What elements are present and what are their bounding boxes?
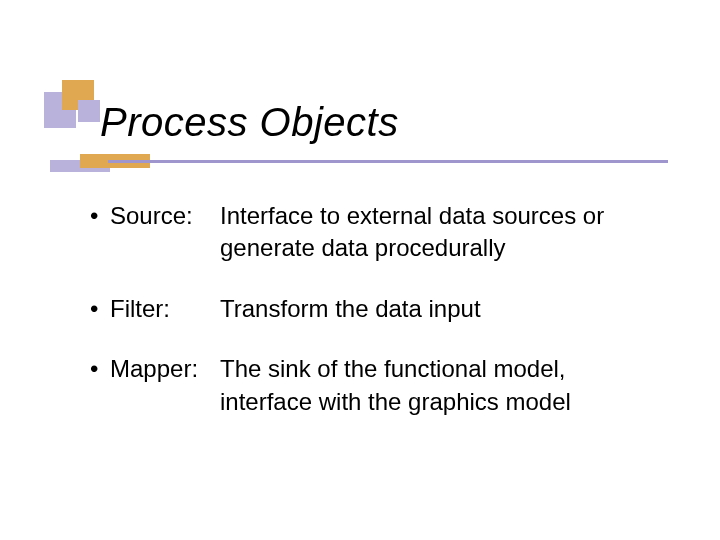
item-desc: Transform the data input (220, 293, 660, 325)
bullet-icon: • (90, 200, 110, 232)
list-item: • Filter: Transform the data input (90, 293, 660, 325)
list-item: • Source: Interface to external data sou… (90, 200, 660, 265)
slide-title: Process Objects (100, 100, 399, 145)
item-desc: Interface to external data sources or ge… (220, 200, 660, 265)
bullet-list: • Source: Interface to external data sou… (90, 200, 660, 446)
list-item: • Mapper: The sink of the functional mod… (90, 353, 660, 418)
bullet-icon: • (90, 293, 110, 325)
item-desc: The sink of the functional model, interf… (220, 353, 660, 418)
title-underline (108, 160, 668, 163)
item-term: Source: (110, 200, 220, 232)
slide: Process Objects • Source: Interface to e… (0, 0, 720, 540)
item-term: Filter: (110, 293, 220, 325)
bullet-icon: • (90, 353, 110, 385)
item-term: Mapper: (110, 353, 220, 385)
decor-square-purple-small (78, 100, 100, 122)
